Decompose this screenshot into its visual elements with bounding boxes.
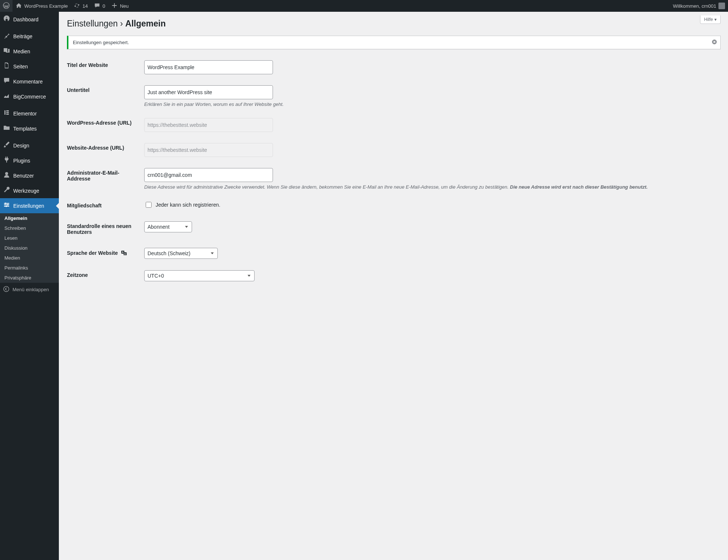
home-icon [15, 2, 22, 10]
sidebar-item-einstellungen[interactable]: Einstellungen [0, 198, 59, 213]
user-icon [3, 171, 10, 180]
page-title-part2: Allgemein [125, 19, 166, 28]
sidebar-item-bigcommerce[interactable]: BigCommerce [0, 89, 59, 104]
tagline-input[interactable] [144, 85, 273, 99]
sidebar-item-label: Medien [13, 49, 30, 54]
sidebar-item-label: Kommentare [13, 79, 43, 85]
wp-logo[interactable] [0, 0, 13, 12]
admin-bar: WordPress Example 14 0 Neu Willkommen, c… [0, 0, 728, 12]
membership-checkbox-row[interactable]: Jeder kann sich registrieren. [144, 201, 717, 209]
admin-sidebar: DashboardBeiträgeMedienSeitenKommentareB… [0, 12, 59, 287]
submenu-item-privatsphäre[interactable]: Privatsphäre [0, 273, 59, 283]
page-icon [3, 62, 10, 71]
admin-email-desc: Diese Adresse wird für administrative Zw… [144, 184, 717, 190]
folder-icon [3, 124, 10, 133]
help-tab[interactable]: Hilfe ▾ [700, 15, 721, 24]
comment-icon [94, 2, 100, 10]
svg-point-12 [4, 286, 9, 287]
membership-checkbox-label: Jeder kann sich registrieren. [156, 202, 220, 208]
help-label: Hilfe [704, 17, 713, 22]
sidebar-item-label: Einstellungen [13, 203, 44, 209]
tagline-desc: Erklären Sie in ein paar Worten, worum e… [144, 101, 717, 107]
settings-submenu: AllgemeinSchreibenLesenDiskussionMedienP… [0, 213, 59, 283]
sidebar-item-werkzeuge[interactable]: Werkzeuge [0, 183, 59, 198]
svg-rect-3 [6, 112, 9, 113]
wp-url-label: WordPress-Adresse (URL) [67, 113, 141, 138]
page-title: Einstellungen › Allgemein [67, 15, 721, 30]
updates-count: 14 [82, 3, 88, 9]
refresh-icon [74, 2, 80, 10]
sidebar-item-label: Elementor [13, 111, 37, 117]
page-title-sep: › [118, 19, 125, 28]
user-avatar-icon [718, 3, 725, 9]
default-role-select[interactable]: Abonnent [144, 221, 192, 232]
new-content-link[interactable]: Neu [108, 0, 132, 12]
site-title-label: Titel der Website [67, 55, 141, 80]
membership-checkbox[interactable] [146, 202, 152, 208]
admin-email-input[interactable] [144, 168, 273, 182]
sidebar-item-label: Benutzer [13, 173, 34, 179]
site-title-input[interactable] [144, 60, 273, 74]
sidebar-item-beiträge[interactable]: Beiträge [0, 29, 59, 44]
submenu-item-permalinks[interactable]: Permalinks [0, 263, 59, 273]
dismiss-notice-button[interactable] [711, 39, 717, 46]
settings-saved-notice: Einstellungen gespeichert. [67, 36, 721, 49]
default-role-label: Standardrolle eines neuen Benutzers [67, 216, 141, 242]
tagline-label: Untertitel [67, 80, 141, 113]
plug-icon [3, 156, 10, 165]
language-label: Sprache der Website A文 [67, 242, 141, 265]
svg-point-9 [5, 203, 6, 204]
pin-icon [3, 32, 10, 41]
chevron-down-icon: ▾ [714, 17, 717, 22]
comments-count: 0 [103, 3, 105, 9]
sidebar-item-templates[interactable]: Templates [0, 121, 59, 136]
howdy-text: Willkommen, crn001 [673, 3, 716, 9]
timezone-select[interactable]: UTC+0 [144, 270, 255, 281]
sidebar-item-label: Seiten [13, 64, 28, 69]
sidebar-item-kommentare[interactable]: Kommentare [0, 74, 59, 89]
dashboard-icon [3, 15, 10, 24]
svg-point-11 [6, 206, 7, 207]
svg-point-5 [5, 172, 8, 175]
sidebar-item-benutzer[interactable]: Benutzer [0, 168, 59, 183]
collapse-icon [3, 286, 10, 287]
submenu-item-lesen[interactable]: Lesen [0, 233, 59, 243]
membership-label: Mitgliedschaft [67, 195, 141, 216]
updates-link[interactable]: 14 [71, 0, 90, 12]
brush-icon [3, 141, 10, 150]
sidebar-item-seiten[interactable]: Seiten [0, 59, 59, 74]
notice-text: Einstellungen gespeichert. [73, 40, 129, 45]
sidebar-item-label: Plugins [13, 158, 30, 164]
collapse-menu[interactable]: Menü einklappen [0, 283, 59, 287]
wordpress-icon [3, 2, 10, 10]
sidebar-item-label: Werkzeuge [13, 188, 39, 194]
translate-icon: A文 [121, 250, 127, 257]
page-title-part1: Einstellungen [67, 19, 118, 28]
submenu-item-medien[interactable]: Medien [0, 253, 59, 263]
svg-text:A: A [122, 251, 124, 253]
sidebar-item-design[interactable]: Design [0, 138, 59, 153]
settings-form: Titel der Website Untertitel Erklären Si… [67, 55, 721, 287]
svg-text:文: 文 [124, 253, 126, 255]
comments-link[interactable]: 0 [91, 0, 108, 12]
site-url-input [144, 143, 273, 157]
site-name-link[interactable]: WordPress Example [13, 0, 71, 12]
sidebar-item-medien[interactable]: Medien [0, 44, 59, 59]
submenu-item-allgemein[interactable]: Allgemein [0, 213, 59, 223]
sidebar-item-label: BigCommerce [13, 94, 46, 100]
admin-email-label: Administrator-E-Mail-Addresse [67, 163, 141, 195]
language-select[interactable]: Deutsch (Schweiz) [144, 248, 218, 259]
sidebar-item-elementor[interactable]: Elementor [0, 106, 59, 121]
sidebar-item-label: Dashboard [13, 17, 39, 22]
svg-point-10 [7, 204, 8, 206]
submenu-item-diskussion[interactable]: Diskussion [0, 243, 59, 253]
sidebar-item-label: Design [13, 143, 29, 149]
submenu-item-schreiben[interactable]: Schreiben [0, 223, 59, 233]
my-account[interactable]: Willkommen, crn001 [670, 0, 728, 12]
wp-url-input [144, 118, 273, 132]
sidebar-item-dashboard[interactable]: Dashboard [0, 12, 59, 27]
settings-icon [3, 201, 10, 210]
sidebar-item-plugins[interactable]: Plugins [0, 153, 59, 168]
svg-rect-2 [6, 110, 9, 111]
media-icon [3, 47, 10, 56]
